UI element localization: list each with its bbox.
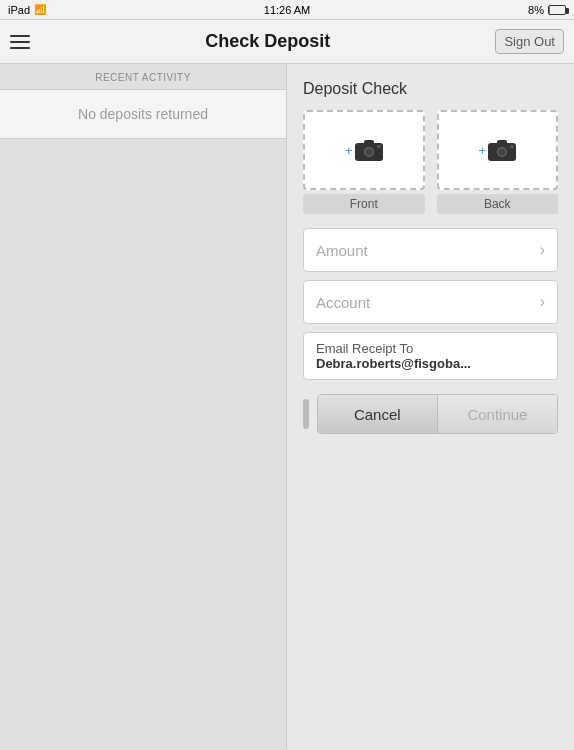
status-time: 11:26 AM — [264, 4, 310, 16]
amount-label: Amount — [316, 242, 540, 259]
email-prefix: Email Receipt To — [316, 341, 413, 356]
back-label: Back — [437, 194, 559, 214]
svg-rect-3 — [364, 140, 374, 145]
front-image-button[interactable]: + — [303, 110, 425, 190]
front-camera-icon — [355, 139, 383, 161]
check-images-row: + Front + — [303, 110, 558, 214]
svg-rect-8 — [497, 140, 507, 145]
email-address: Debra.roberts@fisgoba... — [316, 356, 471, 371]
cancel-button[interactable]: Cancel — [318, 395, 438, 433]
nav-bar: Check Deposit Sign Out — [0, 20, 574, 64]
email-row: Email Receipt To Debra.roberts@fisgoba..… — [303, 332, 558, 380]
back-plus-icon: + — [478, 143, 486, 158]
battery-icon — [548, 5, 566, 15]
back-image-box: + Back — [437, 110, 559, 214]
wifi-icon: 📶 — [34, 4, 46, 15]
deposit-check-title: Deposit Check — [303, 80, 558, 98]
left-panel: RECENT ACTIVITY No deposits returned — [0, 64, 287, 750]
svg-rect-9 — [510, 145, 514, 148]
action-buttons: Cancel Continue — [317, 394, 558, 434]
continue-button: Continue — [438, 395, 557, 433]
amount-chevron-icon: › — [540, 241, 545, 259]
back-image-button[interactable]: + — [437, 110, 559, 190]
recent-activity-label: RECENT ACTIVITY — [0, 64, 286, 89]
front-label: Front — [303, 194, 425, 214]
status-bar: iPad 📶 11:26 AM 8% — [0, 0, 574, 20]
front-image-box: + Front — [303, 110, 425, 214]
right-panel: Deposit Check + Front + — [287, 64, 574, 750]
back-camera-icon — [488, 139, 516, 161]
main-layout: RECENT ACTIVITY No deposits returned Dep… — [0, 64, 574, 750]
device-label: iPad — [8, 4, 30, 16]
status-left: iPad 📶 — [8, 4, 46, 16]
buttons-wrapper: Cancel Continue — [303, 394, 558, 434]
amount-row[interactable]: Amount › — [303, 228, 558, 272]
page-title: Check Deposit — [205, 31, 330, 52]
svg-point-7 — [499, 149, 506, 156]
no-deposits-message: No deposits returned — [0, 89, 286, 139]
status-right: 8% — [528, 4, 566, 16]
account-row[interactable]: Account › — [303, 280, 558, 324]
svg-point-2 — [365, 149, 372, 156]
menu-button[interactable] — [10, 27, 40, 57]
signout-button[interactable]: Sign Out — [495, 29, 564, 54]
battery-percent: 8% — [528, 4, 544, 16]
scroll-indicator — [303, 399, 309, 429]
account-label: Account — [316, 294, 540, 311]
svg-rect-4 — [377, 145, 381, 148]
front-plus-icon: + — [345, 143, 353, 158]
account-chevron-icon: › — [540, 293, 545, 311]
